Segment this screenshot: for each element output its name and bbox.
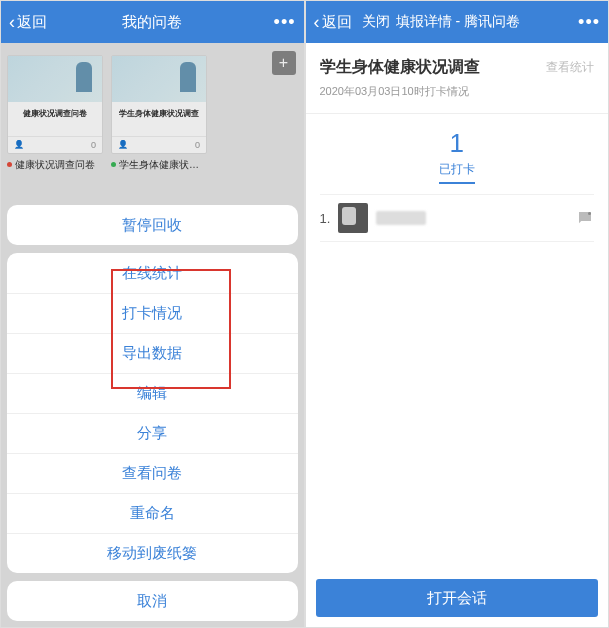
action-sheet: 暂停回收 在线统计 打卡情况 导出数据 编辑 分享 查看问卷 重命名 移动到废纸… — [7, 205, 298, 621]
card-thumb — [112, 56, 206, 102]
left-header: ‹ 返回 我的问卷 ••• — [1, 1, 304, 43]
sheet-trash[interactable]: 移动到废纸篓 — [7, 533, 298, 573]
sheet-share[interactable]: 分享 — [7, 413, 298, 453]
status-dot — [111, 162, 116, 167]
person-icon: 👤 — [118, 140, 128, 150]
left-phone: ‹ 返回 我的问卷 ••• + 健康状况调查问卷 👤 0 健康状况调查问卷 — [0, 0, 305, 628]
close-label[interactable]: 关闭 — [362, 13, 390, 31]
count-number: 1 — [320, 128, 595, 159]
card-item[interactable]: 健康状况调查问卷 👤 0 健康状况调查问卷 — [7, 55, 103, 172]
person-icon: 👤 — [14, 140, 24, 150]
chat-icon[interactable] — [576, 209, 594, 227]
back-icon[interactable]: ‹ — [9, 12, 15, 33]
sheet-online-stats[interactable]: 在线统计 — [7, 253, 298, 293]
card-title: 健康状况调查问卷 — [15, 158, 95, 172]
right-header: ‹ 返回 关闭 填报详情 - 腾讯问卷 ••• — [306, 1, 609, 43]
add-button[interactable]: + — [272, 51, 296, 75]
survey-title: 学生身体健康状况调查 — [320, 57, 480, 78]
sheet-view[interactable]: 查看问卷 — [7, 453, 298, 493]
sheet-export[interactable]: 导出数据 — [7, 333, 298, 373]
card-count: 0 — [195, 140, 200, 150]
entry-name-blurred — [376, 211, 426, 225]
open-chat-button[interactable]: 打开会话 — [316, 579, 599, 617]
more-icon[interactable]: ••• — [274, 12, 296, 33]
back-label[interactable]: 返回 — [322, 13, 352, 32]
count-block: 1 已打卡 — [320, 114, 595, 194]
status-dot — [7, 162, 12, 167]
card-thumb-title: 健康状况调查问卷 — [12, 108, 98, 119]
card-thumb-desc — [116, 122, 202, 130]
right-title: 填报详情 - 腾讯问卷 — [396, 13, 520, 31]
svg-point-0 — [588, 212, 591, 215]
avatar — [338, 203, 368, 233]
sheet-pause[interactable]: 暂停回收 — [7, 205, 298, 245]
sheet-edit[interactable]: 编辑 — [7, 373, 298, 413]
view-stats-link[interactable]: 查看统计 — [546, 59, 594, 76]
card-title: 学生身体健康状… — [119, 158, 199, 172]
count-label[interactable]: 已打卡 — [439, 161, 475, 184]
entry-index: 1. — [320, 211, 338, 226]
back-icon[interactable]: ‹ — [314, 12, 320, 33]
card-thumb-title: 学生身体健康状况调查 — [116, 108, 202, 119]
right-body: 学生身体健康状况调查 查看统计 2020年03月03日10时打卡情况 1 已打卡… — [306, 43, 609, 242]
card-count: 0 — [91, 140, 96, 150]
card-thumb — [8, 56, 102, 102]
sheet-rename[interactable]: 重命名 — [7, 493, 298, 533]
survey-date: 2020年03月03日10时打卡情况 — [320, 84, 595, 99]
left-title: 我的问卷 — [122, 13, 182, 32]
cards-row: 健康状况调查问卷 👤 0 健康状况调查问卷 学生身体健康状况调查 — [1, 43, 304, 178]
card-thumb-desc — [12, 122, 98, 130]
entry-row[interactable]: 1. — [320, 194, 595, 242]
sheet-cancel[interactable]: 取消 — [7, 581, 298, 621]
card-item[interactable]: 学生身体健康状况调查 👤 0 学生身体健康状… — [111, 55, 207, 172]
back-label[interactable]: 返回 — [17, 13, 47, 32]
right-phone: ‹ 返回 关闭 填报详情 - 腾讯问卷 ••• 学生身体健康状况调查 查看统计 … — [305, 0, 610, 628]
more-icon[interactable]: ••• — [578, 12, 600, 33]
sheet-checkin[interactable]: 打卡情况 — [7, 293, 298, 333]
